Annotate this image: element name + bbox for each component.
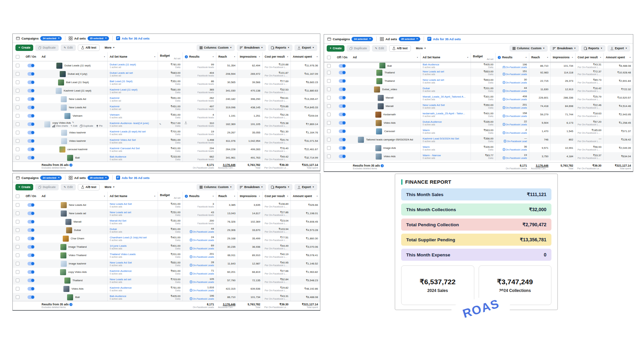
header-cost-per-result[interactable]: Cost per result▼: [262, 52, 290, 61]
row-checkbox[interactable]: [16, 139, 19, 143]
ad-name[interactable]: Video kashmir: [69, 131, 86, 134]
results-type[interactable]: On-Facebook Leads: [190, 255, 214, 258]
row-checkbox[interactable]: [327, 129, 331, 133]
header-reach[interactable]: Reach▼: [216, 192, 237, 200]
ad-set-link[interactable]: New Leads Ad Set: [110, 261, 156, 264]
duplicate-button[interactable]: Duplicate: [35, 184, 58, 190]
results-type[interactable]: On-Facebook Leads: [503, 66, 527, 69]
ad-name[interactable]: Kedarnath: [383, 113, 396, 116]
results-type[interactable]: On-Facebook Leads: [190, 289, 214, 292]
clear-selection-icon[interactable]: ×: [105, 37, 107, 40]
ad-set-link[interactable]: Vietnam: [110, 113, 156, 116]
duplicate-button[interactable]: Duplicate: [35, 45, 58, 51]
row-toggle[interactable]: [339, 146, 346, 150]
table-row[interactable]: Carousel✎ Warm 0 active ads ✎ ₹563.00 Da…: [324, 127, 633, 135]
row-checkbox[interactable]: [16, 245, 19, 249]
row-checkbox[interactable]: [16, 262, 19, 265]
ad-set-link[interactable]: Kashmir: [110, 97, 156, 100]
tab-ad-sets[interactable]: Ad sets 35 selected ×: [69, 176, 109, 180]
ad-name[interactable]: Image Thailand: [68, 245, 87, 248]
header-results[interactable]: iResults ▼: [182, 52, 216, 61]
clear-selection-icon[interactable]: ×: [416, 38, 418, 40]
results-type[interactable]: On-Facebook Leads: [503, 123, 527, 126]
row-toggle[interactable]: [28, 228, 35, 232]
table-row[interactable]: Bali✎ Bali-Audience 0 active ads ✎ ₹405.…: [13, 293, 320, 301]
results-type[interactable]: On-Facebook Leads: [190, 264, 214, 266]
clear-selection-icon[interactable]: ×: [105, 176, 107, 179]
campaigns-selected-badge[interactable]: 34 selected ×: [352, 37, 373, 41]
select-all-checkbox[interactable]: [327, 56, 331, 59]
table-row[interactable]: New Leads Ad✎ Kashmir 1 active ad ✎ ₹451…: [13, 103, 320, 112]
ad-set-link[interactable]: New Leads ad set: [423, 70, 469, 73]
ad-name[interactable]: Video Ads: [71, 287, 84, 290]
table-row[interactable]: Thailand✎ New Leads ad set 0 active ads …: [324, 68, 633, 77]
create-button[interactable]: + Create: [15, 184, 33, 190]
ad-name[interactable]: New Leads Ad: [69, 106, 86, 109]
header-amount-spent[interactable]: Amount spent▼: [603, 53, 633, 62]
row-checkbox[interactable]: [327, 71, 331, 74]
ad-name[interactable]: copy Video Ads: [52, 121, 71, 124]
row-toggle[interactable]: [339, 104, 346, 108]
tab-ad-sets[interactable]: Ad sets 35 selected ×: [380, 37, 420, 41]
results-type[interactable]: On-Facebook Leads: [190, 297, 214, 300]
table-row[interactable]: Thailand✎ New Leads ad set 0 active ads …: [324, 77, 633, 85]
row-checkbox[interactable]: [16, 64, 19, 67]
table-row[interactable]: New Leads ad✎ New Leads ad set 0 active …: [13, 209, 320, 218]
row-checkbox[interactable]: [327, 121, 331, 125]
table-row[interactable]: Thailand✎ New Leads ad set 0 active ads …: [13, 276, 320, 285]
pin-action[interactable]: Pin: [96, 125, 103, 127]
row-toggle[interactable]: [28, 122, 35, 126]
header-reach[interactable]: Reach▼: [529, 53, 550, 62]
results-type[interactable]: On-Facebook Leads: [503, 157, 527, 159]
header-ad-set-name[interactable]: Ad Set Name▼: [420, 53, 471, 62]
row-toggle[interactable]: [339, 96, 346, 100]
row-toggle[interactable]: [339, 155, 346, 158]
row-checkbox[interactable]: [16, 228, 19, 232]
row-toggle[interactable]: [339, 64, 346, 68]
tab-ads[interactable]: Ads for 35 Ad sets: [116, 36, 150, 40]
edit-pencil-icon[interactable]: ✎: [159, 123, 161, 126]
results-type[interactable]: On-Facebook Leads: [190, 281, 214, 283]
row-checkbox[interactable]: [16, 106, 19, 109]
ad-name[interactable]: Bali: [75, 156, 79, 159]
row-checkbox[interactable]: [16, 220, 19, 224]
ad-name[interactable]: Video Ads: [384, 155, 396, 158]
table-row[interactable]: Bali✎ Bali-Audience 0 active ads ✎ ₹405.…: [324, 62, 633, 68]
header-budget[interactable]: BudgetAd set: [158, 192, 182, 200]
header-impressions[interactable]: Impressions▼: [237, 192, 262, 200]
table-row[interactable]: Manali✎ New Leads Ad Set 0 active ads ✎ …: [324, 102, 633, 110]
table-row[interactable]: Manali✎ Manali Ad Set 0 active ads ✎ ₹15…: [13, 218, 320, 226]
tab-campaigns[interactable]: Campaigns 34 selected ×: [327, 37, 373, 41]
results-type[interactable]: On-Facebook Lead: [504, 140, 527, 142]
ad-set-link[interactable]: Kashmir Lead 5/3/2024 Ad Set: [423, 137, 469, 140]
breakdown-button[interactable]: Breakdown ▼: [237, 45, 266, 51]
row-toggle[interactable]: [28, 80, 35, 84]
ad-set-link[interactable]: Kashmir-Audience: [110, 286, 156, 289]
results-type[interactable]: Facebook leads: [198, 83, 214, 85]
clear-selection-icon[interactable]: ×: [369, 38, 371, 40]
table-row[interactable]: Dubai ad( 4 july)✎ Dubai Leads ad set 1 …: [13, 70, 320, 78]
download-icon[interactable]: [184, 121, 187, 124]
results-type[interactable]: On-Facebook Leads: [190, 247, 214, 250]
row-checkbox[interactable]: [327, 146, 331, 150]
header-results[interactable]: iResults ▼: [182, 192, 216, 200]
row-toggle[interactable]: [28, 237, 35, 240]
columns-button[interactable]: Columns: Custom ▼: [197, 184, 235, 190]
reports-button[interactable]: Reports ▼: [268, 184, 292, 190]
edit-pencil-icon[interactable]: ✎: [72, 121, 74, 124]
table-row[interactable]: Bali✎ Bali-Audience 0 active ads ✎ ₹233.…: [13, 154, 320, 162]
row-toggle[interactable]: [28, 220, 35, 224]
ad-name[interactable]: Thailand: [384, 79, 395, 82]
breakdown-button[interactable]: Breakdown ▼: [550, 45, 579, 52]
table-row[interactable]: Dubai Leads (11 sept)✎ Dubai Leads (11 s…: [13, 61, 320, 70]
table-row[interactable]: Video kashmir✎ Kashmir Leads (6 sept) Ad…: [13, 128, 320, 137]
row-toggle[interactable]: [28, 262, 35, 265]
table-row[interactable]: Video kashmir✎ Kashmir Video Ad Set 0 ac…: [13, 137, 320, 145]
ab-test-button[interactable]: A/B test: [78, 184, 100, 190]
campaigns-selected-badge[interactable]: 34 selected ×: [40, 176, 62, 180]
ad-name[interactable]: copy Video Ads: [68, 270, 87, 274]
row-checkbox[interactable]: [16, 270, 19, 274]
header-ad-set-name[interactable]: Ad Set Name▼: [107, 192, 158, 200]
table-row[interactable]: Image kashmir✎ New Leads Ad Set 0 active…: [13, 259, 320, 268]
row-checkbox[interactable]: [16, 253, 19, 257]
